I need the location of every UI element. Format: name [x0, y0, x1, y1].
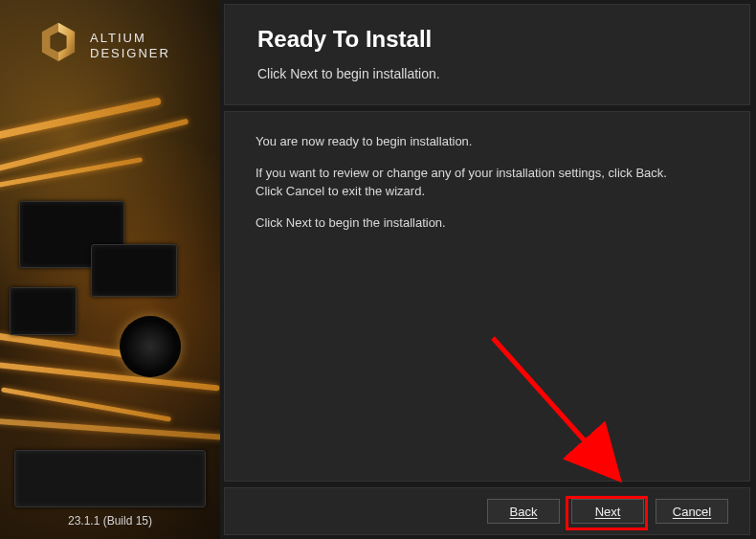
brand-line-1: ALTIUM [90, 31, 170, 46]
sidebar-hero-image: ALTIUM DESIGNER 23.1.1 (Build 15) [0, 0, 220, 539]
next-button[interactable]: Next [571, 499, 644, 524]
brand-text: ALTIUM DESIGNER [90, 31, 170, 62]
body-text-1: You are now ready to begin installation. [256, 133, 719, 151]
body-text-2: If you want to review or change any of y… [256, 165, 719, 201]
brand-logo: ALTIUM DESIGNER [38, 21, 170, 71]
body-text-3: Click Next to begin the installation. [256, 214, 719, 233]
page-subtitle: Click Next to begin installation. [257, 66, 717, 81]
cancel-button[interactable]: Cancel [656, 499, 728, 524]
version-label: 23.1.1 (Build 15) [0, 514, 220, 528]
back-button[interactable]: Back [487, 499, 560, 524]
installer-window: ALTIUM DESIGNER 23.1.1 (Build 15) Ready … [0, 0, 756, 539]
page-title: Ready To Install [257, 26, 717, 53]
footer-panel: Back Next Cancel [224, 487, 750, 535]
brand-line-2: DESIGNER [90, 46, 170, 61]
body-panel: You are now ready to begin installation.… [224, 111, 750, 482]
content-area: Ready To Install Click Next to begin ins… [220, 0, 756, 539]
header-panel: Ready To Install Click Next to begin ins… [224, 4, 750, 105]
altium-logo-icon [38, 21, 78, 71]
